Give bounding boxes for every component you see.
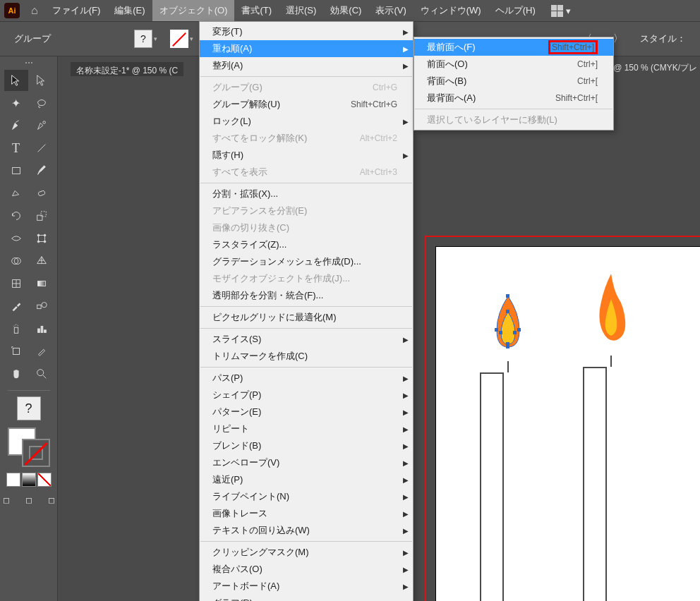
fill-stroke-control[interactable]	[8, 427, 50, 467]
menu-item[interactable]: ラスタライズ(Z)...	[200, 236, 413, 253]
menu-表示(V)[interactable]: 表示(V)	[368, 0, 413, 21]
perspective-tool[interactable]	[30, 250, 54, 272]
menu-item[interactable]: クリッピングマスク(M)▶	[200, 544, 413, 561]
menu-item[interactable]: 複合パス(O)▶	[200, 561, 413, 578]
width-tool[interactable]	[4, 228, 28, 249]
menu-item[interactable]: スライス(S)▶	[200, 331, 413, 348]
menu-item[interactable]: 変形(T)▶	[200, 23, 413, 40]
menu-item[interactable]: トリムマークを作成(C)	[200, 348, 413, 365]
menu-書式(T)[interactable]: 書式(T)	[234, 0, 279, 21]
svg-point-8	[44, 234, 46, 236]
gradient-mode[interactable]	[22, 473, 36, 487]
menu-item[interactable]: ロック(L)▶	[200, 113, 413, 130]
menu-ウィンドウ(W)[interactable]: ウィンドウ(W)	[414, 0, 488, 21]
paintbrush-tool[interactable]	[30, 160, 54, 181]
menu-item[interactable]: アートボード(A)▶	[200, 578, 413, 595]
none-mode[interactable]	[37, 473, 52, 487]
fill-swatch[interactable]: ?	[134, 30, 152, 48]
shape-builder-tool[interactable]	[4, 250, 28, 272]
mesh-tool[interactable]	[4, 273, 28, 294]
submenu-arrow-icon: ▶	[403, 152, 409, 159]
menu-ヘルプ(H)[interactable]: ヘルプ(H)	[488, 0, 543, 21]
menu-shortcut: Shift+Ctrl+G	[351, 99, 397, 109]
slice-tool[interactable]	[30, 341, 54, 362]
selection-tool[interactable]	[4, 70, 28, 91]
menu-item[interactable]: 背面へ(B)Ctrl+[	[414, 73, 613, 90]
menu-item[interactable]: ライブペイント(N)▶	[200, 488, 413, 505]
candle-selected[interactable]	[480, 291, 536, 601]
menu-item-label: 隠す(H)	[212, 149, 243, 162]
draw-normal[interactable]: ◻	[0, 492, 17, 508]
artboard-tool[interactable]	[4, 341, 28, 362]
menu-item[interactable]: パス(P)▶	[200, 370, 413, 387]
menu-item[interactable]: パターン(E)▶	[200, 403, 413, 420]
line-tool[interactable]	[30, 138, 54, 159]
svg-point-26	[37, 370, 43, 376]
menu-item[interactable]: グラデーションメッシュを作成(D)...	[200, 253, 413, 270]
menu-item[interactable]: 最前面へ(F)Shift+Ctrl+]	[414, 39, 613, 56]
rotate-tool[interactable]	[4, 205, 28, 226]
scale-tool[interactable]	[30, 205, 54, 226]
symbol-sprayer-tool[interactable]	[4, 318, 28, 339]
fill-dropdown-icon[interactable]: ▾	[154, 35, 157, 42]
magic-wand-tool[interactable]: ✦	[4, 92, 28, 114]
menu-item[interactable]: ブレンド(B)▶	[200, 437, 413, 454]
menu-shortcut: Shift+Ctrl+[	[555, 93, 598, 103]
edit-toolbar-button[interactable]: ?	[17, 396, 41, 420]
curvature-tool[interactable]	[30, 115, 54, 136]
toolbox-handle[interactable]	[18, 62, 40, 64]
menu-item[interactable]: 透明部分を分割・統合(F)...	[200, 287, 413, 304]
menu-item[interactable]: 遠近(P)▶	[200, 471, 413, 488]
svg-rect-3	[37, 190, 44, 196]
workspace-switcher[interactable]: ▾	[551, 5, 571, 17]
menu-効果(C)[interactable]: 効果(C)	[323, 0, 368, 21]
stroke-swatch[interactable]	[170, 30, 188, 48]
arrange-submenu[interactable]: 最前面へ(F)Shift+Ctrl+]前面へ(O)Ctrl+]背面へ(B)Ctr…	[414, 37, 614, 130]
draw-behind[interactable]: ◻	[18, 492, 40, 508]
submenu-arrow-icon: ▶	[403, 336, 409, 344]
menu-item[interactable]: 最背面へ(A)Shift+Ctrl+[	[414, 90, 613, 107]
eyedropper-tool[interactable]	[4, 296, 28, 317]
menu-ファイル(F)[interactable]: ファイル(F)	[45, 0, 108, 21]
menu-item[interactable]: 整列(A)▶	[200, 57, 413, 74]
menu-item[interactable]: ピクセルグリッドに最適化(M)	[200, 309, 413, 326]
pen-tool[interactable]	[4, 115, 28, 136]
shaper-tool[interactable]	[4, 183, 28, 204]
gradient-tool[interactable]	[30, 273, 54, 294]
rectangle-tool[interactable]	[4, 160, 28, 181]
menu-item-label: ロック(L)	[212, 115, 251, 128]
menu-item[interactable]: エンベロープ(V)▶	[200, 454, 413, 471]
document-tab-right: @ 150 % (CMYK/プレ	[613, 62, 697, 74]
menu-item[interactable]: リピート▶	[200, 420, 413, 437]
eraser-tool[interactable]	[30, 183, 54, 204]
stroke-dropdown-icon[interactable]: ▾	[190, 35, 193, 42]
menu-item[interactable]: 前面へ(O)Ctrl+]	[414, 56, 613, 73]
svg-rect-6	[38, 236, 44, 242]
column-graph-tool[interactable]	[30, 318, 54, 339]
candle[interactable]	[583, 271, 639, 601]
blend-tool[interactable]	[30, 296, 54, 317]
object-menu[interactable]: 変形(T)▶重ね順(A)▶整列(A)▶グループ(G)Ctrl+Gグループ解除(U…	[199, 21, 414, 601]
menu-item-label: 変形(T)	[212, 25, 243, 38]
type-tool[interactable]: T	[4, 138, 28, 159]
free-transform-tool[interactable]	[30, 228, 54, 249]
direct-selection-tool[interactable]	[30, 70, 54, 91]
menu-item[interactable]: 隠す(H)▶	[200, 147, 413, 164]
menu-編集(E)[interactable]: 編集(E)	[107, 0, 152, 21]
menu-item[interactable]: グラフ(R)▶	[200, 595, 413, 601]
home-icon[interactable]: ⌂	[24, 4, 45, 17]
zoom-tool[interactable]	[30, 363, 54, 384]
lasso-tool[interactable]	[30, 92, 54, 114]
menu-オブジェクト(O)[interactable]: オブジェクト(O)	[152, 0, 235, 21]
menu-選択(S)[interactable]: 選択(S)	[279, 0, 323, 21]
menu-item[interactable]: グループ解除(U)Shift+Ctrl+G	[200, 96, 413, 113]
menu-item[interactable]: 画像トレース▶	[200, 505, 413, 522]
menu-item[interactable]: 重ね順(A)▶	[200, 40, 413, 57]
menu-item[interactable]: テキストの回り込み(W)▶	[200, 522, 413, 539]
stroke-color-box[interactable]	[22, 439, 50, 467]
hand-tool[interactable]	[4, 363, 28, 384]
svg-rect-23	[13, 348, 19, 355]
color-mode[interactable]	[6, 473, 20, 487]
menu-item[interactable]: シェイプ(P)▶	[200, 387, 413, 403]
menu-item[interactable]: 分割・拡張(X)...	[200, 186, 413, 202]
